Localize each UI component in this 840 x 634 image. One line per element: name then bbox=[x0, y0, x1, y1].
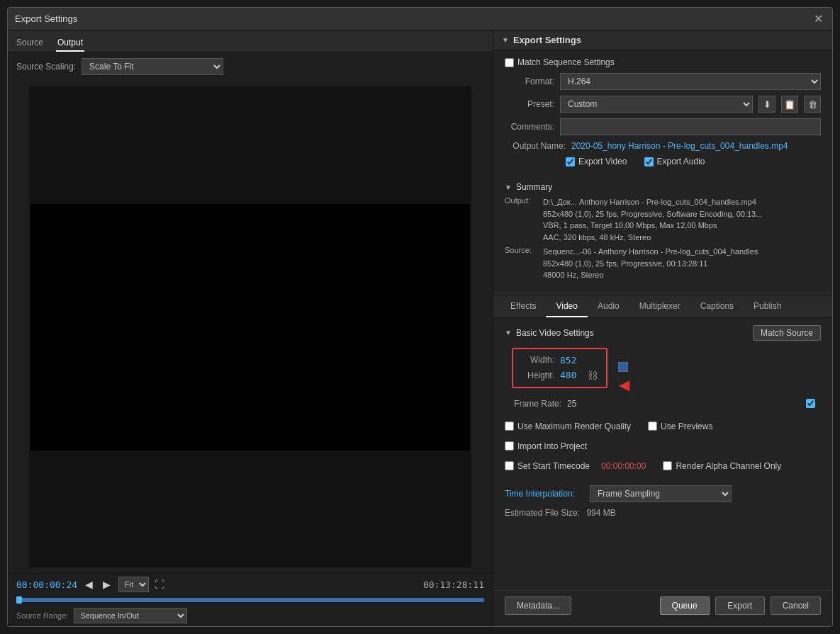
metadata-button[interactable]: Metadata... bbox=[505, 596, 571, 615]
use-previews-label[interactable]: Use Previews bbox=[648, 421, 712, 431]
import-into-project-text: Import Into Project bbox=[517, 441, 587, 451]
summary-title: Summary bbox=[516, 182, 552, 192]
use-max-render-label[interactable]: Use Maximum Render Quality bbox=[505, 421, 631, 431]
source-scaling-label: Source Scaling: bbox=[16, 62, 76, 72]
render-quality-row: Use Maximum Render Quality Use Previews bbox=[505, 421, 821, 431]
height-value[interactable]: 480 bbox=[560, 370, 576, 380]
render-alpha-label[interactable]: Render Alpha Channel Only bbox=[663, 461, 781, 471]
output-name-label: Output Name: bbox=[505, 141, 566, 151]
use-previews-checkbox[interactable] bbox=[648, 421, 657, 431]
format-select[interactable]: H.264 bbox=[560, 73, 821, 90]
summary-arrow-icon: ▼ bbox=[505, 183, 512, 191]
export-audio-label[interactable]: Export Audio bbox=[644, 157, 705, 166]
timeline-thumb[interactable] bbox=[16, 596, 22, 604]
source-scaling-row: Source Scaling: Scale To Fit bbox=[8, 52, 493, 81]
preset-select[interactable]: Custom bbox=[560, 96, 753, 113]
use-max-render-text: Use Maximum Render Quality bbox=[517, 421, 631, 431]
summary-header: ▼ Summary bbox=[505, 182, 821, 192]
preset-row: Preset: Custom ⬇ 📋 🗑 bbox=[505, 96, 821, 113]
vtab-publish[interactable]: Publish bbox=[744, 296, 791, 317]
basic-video-header: ▼ Basic Video Settings Match Source bbox=[505, 325, 821, 341]
comments-input[interactable] bbox=[560, 118, 821, 135]
export-settings-block: Match Sequence Settings Format: H.264 Pr… bbox=[493, 50, 832, 179]
summary-block: ▼ Summary Output: D:\_Док... Anthony Har… bbox=[493, 179, 832, 290]
dialog-title: Export Settings bbox=[15, 13, 77, 24]
export-checkboxes-row: Export Video Export Audio bbox=[505, 157, 821, 166]
export-video-text: Export Video bbox=[578, 157, 627, 166]
export-settings-dialog: Export Settings ✕ Source Output Source S… bbox=[7, 7, 833, 627]
right-panel: ▼ Export Settings Match Sequence Setting… bbox=[493, 30, 832, 626]
import-preset-icon[interactable]: 📋 bbox=[781, 96, 798, 113]
output-name-link[interactable]: 2020-05_hony Harrison - Pre-log_cuts_004… bbox=[571, 141, 821, 151]
play-back-btn[interactable]: ◀ bbox=[83, 579, 95, 590]
basic-video-arrow-icon: ▼ bbox=[505, 329, 512, 336]
export-video-label[interactable]: Export Video bbox=[566, 157, 627, 166]
import-into-project-checkbox[interactable] bbox=[505, 441, 514, 451]
timecode-start: 00:00:00:24 bbox=[16, 579, 77, 590]
export-settings-section-header: ▼ Export Settings bbox=[493, 30, 832, 50]
use-previews-text: Use Previews bbox=[661, 421, 712, 431]
left-panel: Source Output Source Scaling: Scale To F… bbox=[8, 30, 493, 626]
main-content: Source Output Source Scaling: Scale To F… bbox=[8, 30, 832, 626]
frame-rate-label: Frame Rate: bbox=[505, 399, 561, 409]
export-audio-checkbox[interactable] bbox=[644, 157, 654, 166]
link-proportions-icon[interactable]: ⛓ bbox=[588, 370, 598, 381]
close-button[interactable]: ✕ bbox=[811, 12, 825, 26]
preview-black bbox=[30, 204, 470, 451]
export-button[interactable]: Export bbox=[715, 596, 765, 615]
set-start-timecode-checkbox[interactable] bbox=[505, 461, 514, 470]
summary-output-key: Output: bbox=[505, 196, 539, 243]
save-preset-icon[interactable]: ⬇ bbox=[758, 96, 775, 113]
source-scaling-select[interactable]: Scale To Fit bbox=[82, 58, 223, 75]
match-sequence-checkbox-label[interactable]: Match Sequence Settings bbox=[505, 57, 615, 67]
vtab-captions[interactable]: Captions bbox=[690, 296, 744, 317]
queue-button[interactable]: Queue bbox=[660, 596, 710, 615]
summary-source-row: Source: Sequenc...-06 - Anthony Harrison… bbox=[505, 246, 821, 281]
frame-rate-row: Frame Rate: 25 bbox=[505, 399, 821, 409]
import-into-project-label[interactable]: Import Into Project bbox=[505, 441, 587, 451]
fullscreen-icon[interactable]: ⛶ bbox=[155, 579, 164, 590]
set-start-timecode-text: Set Start Timecode bbox=[517, 461, 590, 471]
title-bar: Export Settings ✕ bbox=[8, 8, 832, 30]
set-start-timecode-label[interactable]: Set Start Timecode bbox=[505, 461, 590, 471]
export-audio-text: Export Audio bbox=[657, 157, 705, 166]
match-source-button[interactable]: Match Source bbox=[753, 325, 821, 341]
export-video-checkbox[interactable] bbox=[566, 157, 575, 166]
file-size-row: Estimated File Size: 994 MB bbox=[493, 505, 832, 521]
video-tabs: Effects Video Audio Multiplexer Captions… bbox=[493, 296, 832, 318]
play-fwd-btn[interactable]: ▶ bbox=[101, 579, 113, 590]
tab-source[interactable]: Source bbox=[15, 35, 45, 52]
use-max-render-checkbox[interactable] bbox=[505, 421, 514, 431]
width-label: Width: bbox=[522, 355, 554, 365]
match-sequence-checkbox[interactable] bbox=[505, 58, 514, 67]
fit-select[interactable]: Fit bbox=[118, 577, 149, 592]
comments-row: Comments: bbox=[505, 118, 821, 135]
render-alpha-checkbox[interactable] bbox=[663, 461, 672, 470]
source-range-label: Source Range: bbox=[16, 611, 68, 620]
delete-preset-icon[interactable]: 🗑 bbox=[804, 96, 821, 113]
source-range-row: Source Range: Sequence In/Out bbox=[8, 605, 493, 626]
vtab-multiplexer[interactable]: Multiplexer bbox=[629, 296, 690, 317]
vtab-video[interactable]: Video bbox=[546, 296, 587, 317]
source-range-select[interactable]: Sequence In/Out bbox=[74, 608, 187, 623]
frame-rate-value[interactable]: 25 bbox=[567, 399, 576, 409]
collapse-arrow-icon: ▼ bbox=[502, 36, 509, 44]
width-value[interactable]: 852 bbox=[560, 355, 576, 366]
cancel-button[interactable]: Cancel bbox=[771, 596, 821, 615]
format-row: Format: H.264 bbox=[505, 73, 821, 90]
timeline-bar[interactable] bbox=[8, 595, 493, 605]
render-alpha-text: Render Alpha Channel Only bbox=[676, 461, 781, 471]
video-settings-block: ▼ Basic Video Settings Match Source Widt… bbox=[493, 318, 832, 416]
constrain-proportions-checkbox[interactable] bbox=[618, 362, 628, 372]
width-row: Width: 852 bbox=[522, 355, 598, 366]
time-interpolation-select[interactable]: Frame Sampling bbox=[590, 485, 732, 502]
start-timecode-value: 00:00:00:00 bbox=[601, 461, 646, 471]
vtab-effects[interactable]: Effects bbox=[500, 296, 546, 317]
bottom-buttons: Metadata... Queue Export Cancel bbox=[493, 590, 832, 621]
bottom-checkboxes: Use Maximum Render Quality Use Previews … bbox=[493, 416, 832, 482]
tab-output[interactable]: Output bbox=[56, 35, 84, 52]
preview-area bbox=[29, 86, 471, 567]
preset-label: Preset: bbox=[505, 99, 554, 109]
frame-rate-checkbox[interactable] bbox=[806, 399, 815, 408]
vtab-audio[interactable]: Audio bbox=[588, 296, 629, 317]
